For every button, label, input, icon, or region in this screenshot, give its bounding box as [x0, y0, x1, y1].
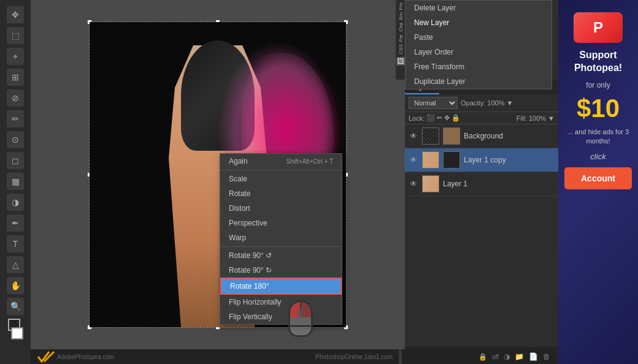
status-icon-circle[interactable]: ◑ [504, 352, 510, 361]
lock-position-icon[interactable]: ✥ [444, 114, 450, 122]
context-menu: Again Shift+Alt+Ctrl + T Scale Rotate Di… [220, 153, 342, 325]
lock-transparency-icon[interactable]: ⬛ [426, 114, 435, 122]
menu-item-rotate180[interactable]: Rotate 180° [220, 278, 342, 295]
fill-value[interactable]: 100% [529, 115, 546, 122]
left-toolbar: ✥ ⬚ ⌖ ⊞ ⊘ ✏ ⊙ ◻ ▦ ◑ ✒ T △ ✋ 🔍 [0, 0, 31, 364]
layer-name-copy: Layer 1 copy [464, 156, 555, 164]
status-icon-folder2[interactable]: 📁 [515, 352, 524, 361]
layer-mask-copy [443, 151, 460, 169]
menu-item-rotate90ccw[interactable]: Rotate 90° ↻ [220, 263, 342, 278]
ad-subtext: for only [586, 81, 610, 89]
mini-icon-img[interactable]: 🖼 [396, 57, 405, 66]
tool-gradient[interactable]: ▦ [7, 173, 24, 190]
mini-tab-pro[interactable]: Pro [398, 2, 404, 10]
logo-icon-left [37, 351, 55, 363]
status-icon-doc[interactable]: 📄 [529, 352, 538, 361]
ad-headline: Support Photopea! [564, 49, 632, 75]
ad-banner: P Support Photopea! for only $10 ... and… [558, 0, 638, 364]
tool-move[interactable]: ✥ [7, 6, 24, 23]
bottom-label-left: AdobePhotopea.com [57, 354, 114, 360]
layer-item-copy[interactable]: 👁 Layer 1 copy [405, 148, 558, 172]
menu-separator [220, 170, 342, 170]
lock-label: Lock: [409, 115, 425, 122]
tool-dodge[interactable]: ◑ [7, 194, 24, 211]
tool-select[interactable]: ⬚ [7, 27, 24, 44]
ad-logo: P [574, 12, 623, 43]
tool-brush[interactable]: ✏ [7, 110, 24, 127]
status-icon-trash2[interactable]: 🗑 [543, 352, 550, 361]
tool-zoom[interactable]: 🔍 [7, 298, 24, 315]
status-bar-right: 🔒 off ◑ 📁 📄 🗑 [402, 349, 555, 364]
tool-eyedrop[interactable]: ⊘ [7, 89, 24, 107]
menu-item-rotate90cw[interactable]: Rotate 90° ↺ [220, 248, 342, 263]
layer-item-background[interactable]: 👁 Background [405, 124, 558, 148]
bottom-bar: AdobePhotopea.com PhotoshopOnline.1doi1.… [31, 349, 399, 364]
tool-shape[interactable]: △ [7, 256, 24, 273]
ad-cta-text: click [590, 152, 605, 161]
tool-crop[interactable]: ⊞ [7, 69, 24, 86]
tool-stamp[interactable]: ⊙ [7, 131, 24, 148]
lock-all-icon[interactable]: 🔒 [452, 114, 460, 122]
mini-sidebar: Pro Bru Cha Par CSS 🖼 [396, 0, 405, 80]
layer-item-1[interactable]: 👁 Layer 1 [405, 172, 558, 196]
fill-arrow[interactable]: ▼ [548, 115, 555, 122]
logo-left: AdobePhotopea.com [37, 351, 114, 363]
mouse-cursor-graphic [288, 300, 325, 349]
lock-controls: Lock: ⬛ ✏ ✥ 🔒 Fill: 100% ▼ [405, 112, 558, 124]
eye-icon-1[interactable]: 👁 [409, 179, 418, 189]
tool-lasso[interactable]: ⌖ [7, 48, 24, 65]
dropdown-free-transform[interactable]: Free Transform [405, 59, 552, 74]
mini-tab-css[interactable]: CSS [398, 44, 404, 54]
mini-tab-par[interactable]: Par [398, 34, 404, 42]
mouse-body [288, 300, 313, 337]
menu-item-warp[interactable]: Warp [220, 230, 342, 245]
dropdown-new-layer[interactable]: New Layer [405, 15, 552, 30]
layer-panel: Layers Channels Paths Normal Opacity: 10… [405, 80, 558, 364]
opacity-value[interactable]: 100% [487, 99, 504, 107]
layer-thumb-background [422, 127, 439, 145]
layer-name-background: Background [464, 132, 555, 140]
layer-thumb-copy [422, 151, 439, 169]
dropdown-delete-layer[interactable]: Delete Layer [405, 1, 552, 15]
mini-tab-bru[interactable]: Bru [398, 12, 404, 20]
ad-account-button[interactable]: Account [564, 167, 632, 189]
opacity-arrow[interactable]: ▼ [507, 99, 513, 107]
menu-item-scale[interactable]: Scale [220, 172, 342, 186]
tool-pen[interactable]: ✒ [7, 214, 24, 232]
eye-icon-background[interactable]: 👁 [409, 131, 418, 141]
mouse-wheel [299, 308, 302, 317]
menu-item-perspective[interactable]: Perspective [220, 216, 342, 230]
eye-icon-copy[interactable]: 👁 [409, 155, 418, 165]
ad-price: $10 [577, 96, 620, 121]
bottom-bar-content: AdobePhotopea.com PhotoshopOnline.1doi1.… [37, 351, 393, 363]
opacity-control: Opacity: 100% ▼ [461, 99, 513, 107]
tool-text[interactable]: T [7, 235, 24, 252]
status-icon-lock[interactable]: 🔒 [479, 353, 487, 361]
blend-mode-select[interactable]: Normal [409, 97, 458, 109]
ad-price-label: ... and hide ads for 3 months! [564, 127, 632, 146]
layer-blend-controls: Normal Opacity: 100% ▼ [405, 94, 558, 112]
lock-pixels-icon[interactable]: ✏ [437, 114, 442, 122]
menu-item-distort[interactable]: Distort [220, 201, 342, 216]
dropdown-paste[interactable]: Paste [405, 30, 552, 45]
tool-hand[interactable]: ✋ [7, 277, 24, 294]
opacity-label: Opacity: [461, 99, 485, 107]
menu-item-again[interactable]: Again Shift+Alt+Ctrl + T [220, 154, 342, 169]
layer-thumb-mask-background [443, 127, 460, 145]
dropdown-duplicate-layer[interactable]: Duplicate Layer [405, 74, 552, 89]
logo-right: PhotoshopOnline.1doi1.com [315, 354, 393, 360]
bottom-label-right: PhotoshopOnline.1doi1.com [315, 354, 393, 360]
menu-separator-2 [220, 246, 342, 247]
tool-eraser[interactable]: ◻ [7, 152, 24, 169]
layer-dropdown-menu: Delete Layer New Layer Paste Layer Order… [405, 0, 552, 89]
layer-thumb-1 [422, 175, 439, 192]
dropdown-layer-order[interactable]: Layer Order [405, 45, 552, 59]
canvas-area [31, 0, 405, 349]
fill-label: Fill: [517, 115, 527, 122]
status-text-off: off [492, 354, 499, 360]
menu-item-rotate[interactable]: Rotate [220, 186, 342, 201]
layer-mask-bg [443, 127, 460, 145]
layer-name-1: Layer 1 [443, 180, 555, 188]
right-panel-top: Delete Layer New Layer Paste Layer Order… [405, 0, 558, 80]
mini-tab-cha[interactable]: Cha [398, 23, 404, 32]
